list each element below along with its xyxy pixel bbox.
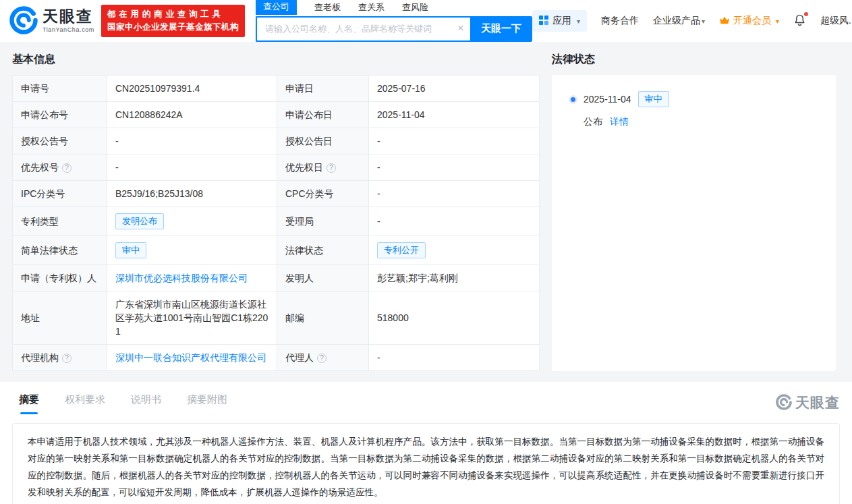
applicant-company-link[interactable]: 深圳市优必选科技股份有限公司 [115,273,248,283]
value-grant-number: - [107,128,277,155]
table-row-applicant: 申请（专利权）人 深圳市优必选科技股份有限公司 发明人 彭艺颖;郑宇;葛利刚 [13,265,540,291]
table-row-address: 地址 广东省深圳市南山区桃源街道长源社区学苑大道1001号南山智园C1栋2201… [13,291,540,345]
label-priority-date: 优先权日? [277,155,369,181]
tianyancha-eye-icon-gray [776,394,792,412]
table-row-application: 申请号 CN202510979391.4 申请日 2025-07-16 [13,76,540,102]
table-row-classification: IPC分类号 B25J9/16;B25J13/08 CPC分类号 - [13,181,540,207]
timeline-dot-icon [571,97,575,102]
table-row-patent-type: 专利类型 发明公布 受理局 - [13,207,540,236]
search-button[interactable]: 天眼一下 [470,16,532,42]
apps-grid-icon [539,16,548,27]
value-accepting-office: - [369,207,540,236]
label-priority-number: 优先权号? [13,155,107,181]
main-content: 基本信息 申请号 CN202510979391.4 申请日 2025-07-16… [0,42,852,382]
value-grant-date: - [369,128,540,155]
chevron-down-icon: ▾ [776,18,779,25]
value-patent-type: 发明公布 [107,207,277,236]
label-postcode: 邮编 [277,291,369,345]
tab-claims[interactable]: 权利要求 [65,393,105,414]
clear-search-icon[interactable]: × [457,22,464,34]
legal-status-card: 2025-11-04 审中 公布 详情 [552,75,836,371]
search-tab-relation[interactable]: 查关系 [358,1,385,15]
help-info-icon[interactable]: ? [62,163,72,173]
detail-link[interactable]: 详情 [610,116,629,127]
value-applicant: 深圳市优必选科技股份有限公司 [107,265,277,291]
agency-company-link[interactable]: 深圳中一联合知识产权代理有限公司 [115,352,266,363]
value-legal-status: 专利公开 [369,236,540,265]
promo-badge-line-2: 国家中小企业发展子基金旗下机构 [107,21,239,33]
value-publication-date: 2025-11-04 [369,102,540,128]
basic-info-table: 申请号 CN202510979391.4 申请日 2025-07-16 申请公布… [12,75,540,371]
nav-enterprise-products[interactable]: 企业级产品 ▾ [653,15,705,27]
label-cpc-class: CPC分类号 [277,181,369,207]
help-info-icon[interactable]: ? [326,163,336,173]
watermark-text: 天眼查 [795,393,840,412]
label-application-number: 申请号 [13,76,107,102]
agency-label-text: 代理机构 [21,352,59,363]
value-inventors: 彭艺颖;郑宇;葛利刚 [369,265,540,291]
label-application-date: 申请日 [277,76,369,102]
label-publication-date: 申请公布日 [277,102,369,128]
value-application-date: 2025-07-16 [369,76,540,102]
search-tab-company[interactable]: 查公司 [256,0,297,15]
label-agency: 代理机构? [13,345,107,371]
value-cpc-class: - [369,181,540,207]
label-grant-date: 授权公告日 [277,128,369,155]
search-tab-boss[interactable]: 查老板 [314,1,341,15]
notification-bell[interactable] [793,13,806,28]
table-row-legal-status: 简单法律状态 审中 法律状态 专利公开 [13,236,540,265]
tab-description[interactable]: 说明书 [131,393,161,414]
timeline-date: 2025-11-04 [584,94,631,105]
notification-dot [804,12,808,16]
table-row-agency: 代理机构? 深圳中一联合知识产权代理有限公司 代理人? - [13,345,540,371]
table-row-publication: 申请公布号 CN120886242A 申请公布日 2025-11-04 [13,102,540,128]
nav-business-cooperation[interactable]: 商务合作 [601,15,639,27]
section-title-basic-info: 基本信息 [12,53,540,67]
legal-status-tag: 专利公开 [377,242,426,258]
timeline-action-row: 公布 详情 [584,116,817,128]
help-info-icon[interactable]: ? [62,354,72,363]
value-priority-date: - [369,155,540,181]
search-tabs: 查公司 查老板 查关系 查风险 [256,1,532,15]
tianyancha-eye-icon [9,6,38,36]
label-ipc-class: IPC分类号 [13,181,107,207]
value-ipc-class: B25J9/16;B25J13/08 [107,181,277,207]
agent-label-text: 代理人 [285,352,314,363]
nav-super-risk[interactable]: 超级风... [820,15,852,27]
simple-legal-status-tag: 审中 [115,242,146,258]
apps-label: 应用 [552,15,571,27]
label-applicant: 申请（专利权）人 [13,265,107,291]
tianyancha-logo[interactable]: 天眼查 TianYanCha.com [9,6,94,36]
label-legal-status: 法律状态 [277,236,369,265]
value-publication-number: CN120886242A [107,102,277,128]
search-area: 查公司 查老板 查关系 查风险 × 天眼一下 [256,1,532,42]
abstract-box: 本申请适用于机器人技术领域，尤其涉及一种机器人遥操作方法、装置、机器人及计算机程… [12,423,840,504]
tab-abstract-figure[interactable]: 摘要附图 [187,393,227,414]
label-patent-type: 专利类型 [13,207,107,236]
label-inventors: 发明人 [277,265,369,291]
label-agent: 代理人? [277,345,369,371]
search-input[interactable] [256,16,470,42]
search-tab-risk[interactable]: 查风险 [402,1,428,15]
timeline-action-label: 公布 [584,116,602,127]
label-grant-number: 授权公告号 [13,128,107,155]
apps-menu[interactable]: 应用 ▾ [532,10,587,32]
chevron-down-icon: ▾ [702,18,705,25]
label-simple-legal-status: 简单法律状态 [13,236,107,265]
value-address: 广东省深圳市南山区桃源街道长源社区学苑大道1001号南山智园C1栋2201 [107,291,277,345]
nav-enterprise-label: 企业级产品 [653,15,700,27]
top-right-nav: 应用 ▾ 商务合作 企业级产品 ▾ 开通会员 ▾ [532,10,852,32]
help-info-icon[interactable]: ? [317,354,326,363]
tab-abstract[interactable]: 摘要 [19,393,39,414]
priority-number-label-text: 优先权号 [21,162,59,173]
section-title-legal-status: 法律状态 [552,53,836,67]
value-agency: 深圳中一联合知识产权代理有限公司 [107,345,277,371]
chevron-down-icon: ▾ [577,18,580,25]
timeline-status-tag: 审中 [638,91,669,107]
label-accepting-office: 受理局 [277,207,369,236]
vip-upgrade-button[interactable]: 开通会员 ▾ [719,15,779,27]
table-row-grant: 授权公告号 - 授权公告日 - [13,128,540,155]
value-agent: - [369,345,540,371]
value-application-number: CN202510979391.4 [107,76,277,102]
promo-badge-line-1: 都在用的商业查询工具 [107,8,239,20]
